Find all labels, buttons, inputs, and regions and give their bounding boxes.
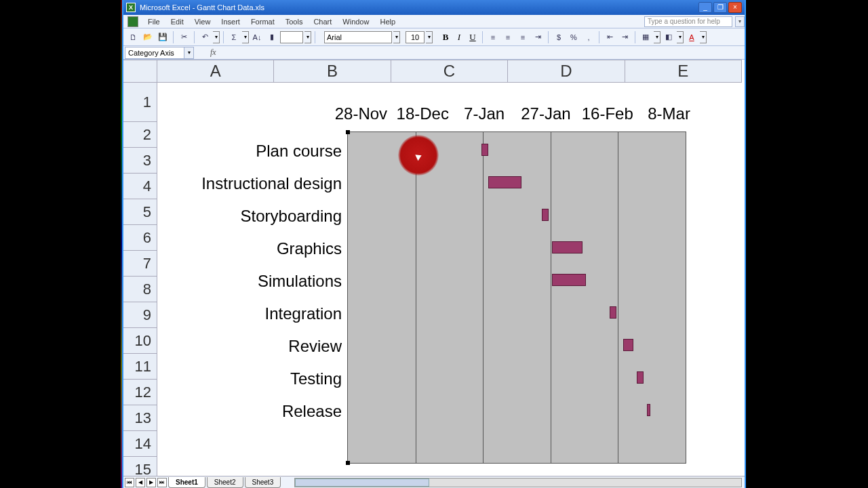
tab-nav-first[interactable]: ⏮ <box>125 478 134 487</box>
row-header[interactable]: 2 <box>123 122 157 148</box>
font-size-box[interactable]: 10 <box>406 31 425 43</box>
fill-color-swatch[interactable] <box>280 31 303 43</box>
row-header[interactable]: 3 <box>123 148 157 174</box>
col-header[interactable]: E <box>625 60 742 82</box>
save-icon[interactable]: 💾 <box>156 30 170 44</box>
chart-wizard-icon[interactable]: ▮ <box>265 30 279 44</box>
gantt-chart[interactable]: 28-Nov 18-Dec 7-Jan 27-Jan 16-Feb 8-Mar … <box>178 104 700 464</box>
help-search-box[interactable]: Type a question for help <box>644 16 732 27</box>
row-header[interactable]: 10 <box>123 328 157 354</box>
sort-asc-icon[interactable]: A↓ <box>250 30 264 44</box>
decrease-indent-icon[interactable]: ⇤ <box>603 30 616 44</box>
menu-chart[interactable]: Chart <box>308 16 337 27</box>
borders-icon[interactable]: ▦ <box>639 30 652 44</box>
menu-tools[interactable]: Tools <box>280 16 309 27</box>
font-size-dropdown[interactable]: ▾ <box>426 31 433 43</box>
percent-icon[interactable]: % <box>567 30 580 44</box>
col-header[interactable]: A <box>157 60 274 82</box>
help-search-dropdown[interactable]: ▾ <box>735 16 745 27</box>
gantt-bar[interactable] <box>552 274 586 286</box>
tab-nav-prev[interactable]: ◀ <box>136 478 145 487</box>
sheet-tab[interactable]: Sheet1 <box>168 477 205 488</box>
y-tick: Simulations <box>258 272 342 291</box>
align-center-icon[interactable]: ≡ <box>501 30 515 44</box>
x-tick: 16-Feb <box>576 104 638 126</box>
undo-icon[interactable]: ↶ <box>198 30 212 44</box>
menu-format[interactable]: Format <box>245 16 280 27</box>
font-color-dropdown[interactable]: ▾ <box>700 31 707 43</box>
scroll-thumb[interactable] <box>295 479 429 487</box>
increase-indent-icon[interactable]: ⇥ <box>618 30 631 44</box>
menu-file[interactable]: File <box>142 16 165 27</box>
gantt-bar[interactable] <box>647 404 650 416</box>
new-icon[interactable]: 🗋 <box>126 30 140 44</box>
comma-icon[interactable]: , <box>582 30 595 44</box>
name-box[interactable]: Category Axis <box>125 47 184 59</box>
row-header[interactable]: 7 <box>123 251 157 277</box>
cut-icon[interactable]: ✂ <box>177 30 191 44</box>
fill-color-dropdown[interactable]: ▾ <box>304 31 311 43</box>
row-header[interactable]: 8 <box>123 277 157 302</box>
tab-nav-next[interactable]: ▶ <box>146 478 156 487</box>
gantt-bar[interactable] <box>637 371 644 384</box>
maximize-button[interactable]: ❐ <box>713 2 727 13</box>
selection-handle[interactable] <box>346 461 350 465</box>
gantt-bar[interactable] <box>552 241 583 253</box>
italic-button[interactable]: I <box>453 31 465 43</box>
sheet-tab[interactable]: Sheet2 <box>207 477 243 488</box>
currency-icon[interactable]: $ <box>552 30 566 44</box>
row-header[interactable]: 13 <box>123 405 157 431</box>
plot-area[interactable] <box>347 131 686 464</box>
row-header[interactable]: 11 <box>123 354 157 380</box>
select-all-corner[interactable] <box>123 60 157 83</box>
col-header[interactable]: B <box>274 60 391 82</box>
selection-handle[interactable] <box>346 130 350 134</box>
menu-window[interactable]: Window <box>337 16 374 27</box>
fill-icon[interactable]: ◧ <box>662 30 675 44</box>
font-name-box[interactable]: Arial <box>324 31 392 43</box>
merge-center-icon[interactable]: ⇥ <box>531 30 545 44</box>
menu-insert[interactable]: Insert <box>216 16 245 27</box>
undo-dropdown[interactable]: ▾ <box>213 31 220 43</box>
bold-button[interactable]: B <box>439 31 452 43</box>
y-tick: Storyboarding <box>241 207 342 226</box>
open-icon[interactable]: 📂 <box>141 30 155 44</box>
gantt-bar[interactable] <box>488 176 522 188</box>
autosum-icon[interactable]: Σ <box>227 30 241 44</box>
gantt-bar[interactable] <box>623 339 633 351</box>
underline-button[interactable]: U <box>467 31 479 43</box>
horizontal-scrollbar[interactable] <box>294 478 742 487</box>
row-header[interactable]: 9 <box>123 302 157 328</box>
align-right-icon[interactable]: ≡ <box>516 30 530 44</box>
borders-dropdown[interactable]: ▾ <box>654 31 660 43</box>
gantt-bar[interactable] <box>481 144 488 156</box>
row-header[interactable]: 6 <box>123 225 157 251</box>
col-header[interactable]: D <box>508 60 625 82</box>
minimize-button[interactable]: _ <box>698 2 712 13</box>
menu-help[interactable]: Help <box>374 16 401 27</box>
col-header[interactable]: C <box>391 60 508 82</box>
fill-dropdown[interactable]: ▾ <box>677 31 684 43</box>
row-header[interactable]: 5 <box>123 199 157 225</box>
gantt-bar[interactable] <box>542 209 549 221</box>
font-color-icon[interactable]: A <box>685 30 698 44</box>
row-header[interactable]: 14 <box>123 431 157 457</box>
gridline <box>483 132 484 463</box>
gantt-bar[interactable] <box>610 306 616 319</box>
tab-nav-last[interactable]: ⏭ <box>157 478 167 487</box>
row-header[interactable]: 12 <box>123 380 157 405</box>
close-button[interactable]: × <box>728 2 742 13</box>
x-axis[interactable]: 28-Nov 18-Dec 7-Jan 27-Jan 16-Feb 8-Mar <box>330 104 700 126</box>
row-header[interactable]: 4 <box>123 174 157 199</box>
align-left-icon[interactable]: ≡ <box>486 30 500 44</box>
menu-edit[interactable]: Edit <box>165 16 189 27</box>
sheet-tab[interactable]: Sheet3 <box>245 477 281 488</box>
title-bar: X Microsoft Excel - Gantt Chart Data.xls… <box>123 0 745 15</box>
fx-icon[interactable]: fx <box>210 47 216 58</box>
menu-view[interactable]: View <box>189 16 216 27</box>
autosum-dropdown[interactable]: ▾ <box>242 31 249 43</box>
row-header[interactable]: 1 <box>123 83 157 122</box>
name-box-dropdown[interactable]: ▾ <box>184 47 194 59</box>
gridline <box>618 132 618 463</box>
font-name-dropdown[interactable]: ▾ <box>393 31 400 43</box>
